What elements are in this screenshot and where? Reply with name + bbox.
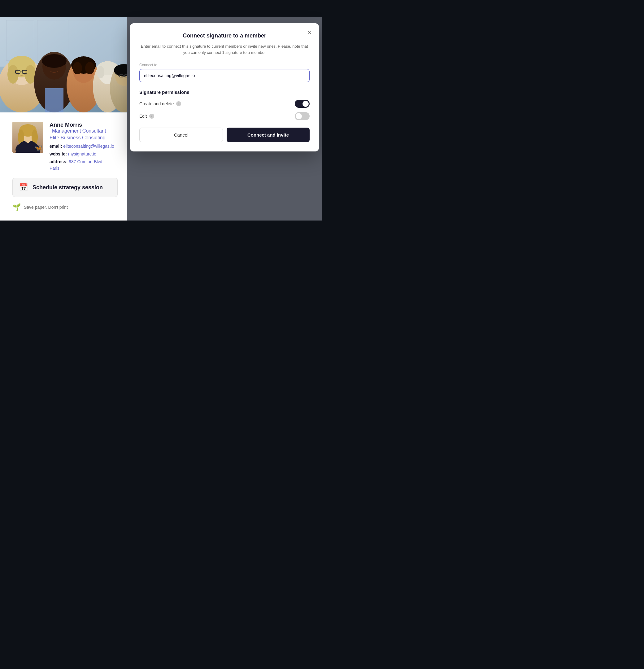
create-delete-info-icon[interactable]: i [176, 101, 181, 106]
close-icon: × [308, 29, 312, 36]
modal-title: Connect signature to a member [139, 32, 310, 39]
eco-icon: 🌱 [12, 203, 21, 211]
profile-section: 🦋 Anne Morris Management Consultant Elit… [0, 112, 127, 220]
eco-note: 🌱 Save paper. Don't print [12, 203, 115, 211]
logo-badge: 🦋 [34, 143, 43, 152]
modal-actions: Cancel Connect and invite [139, 128, 310, 142]
permissions-title: Signature permissions [139, 89, 310, 95]
svg-rect-17 [45, 88, 63, 112]
connect-email-input[interactable] [139, 69, 310, 82]
connect-label: Connect to [139, 63, 310, 67]
website-link[interactable]: mysignature.io [68, 152, 96, 156]
profile-details: email: eliteconsalting@villegas.io websi… [49, 143, 115, 172]
create-delete-toggle[interactable] [295, 100, 310, 108]
modal-close-button[interactable]: × [305, 28, 314, 37]
profile-email-row: email: eliteconsalting@villegas.io [49, 143, 115, 150]
svg-point-21 [73, 62, 82, 74]
avatar-container: 🦋 [12, 122, 43, 153]
svg-point-9 [8, 65, 18, 84]
calendar-icon: 📅 [19, 183, 28, 192]
address-label: address: [49, 159, 68, 164]
profile-title: Management Consultant [52, 128, 106, 133]
email-label: email: [49, 144, 62, 149]
page-wrapper: 🦋 Anne Morris Management Consultant Elit… [0, 0, 322, 334]
svg-point-16 [42, 54, 67, 68]
modal-description: Enter email to connect this signature to… [139, 43, 310, 55]
profile-info: Anne Morris Management Consultant Elite … [49, 122, 115, 172]
permission-row-create-delete: Create and delete i [139, 100, 310, 108]
edit-toggle[interactable] [295, 112, 310, 120]
content-row: 🦋 Anne Morris Management Consultant Elit… [0, 17, 322, 220]
left-column: 🦋 Anne Morris Management Consultant Elit… [0, 17, 127, 220]
website-label: website: [49, 152, 67, 156]
svg-point-22 [85, 62, 95, 74]
schedule-button[interactable]: 📅 Schedule strategy session [12, 178, 118, 197]
right-column: × Connect signature to a member Enter em… [127, 17, 322, 220]
team-svg [0, 17, 127, 112]
connect-invite-button[interactable]: Connect and invite [227, 128, 310, 142]
team-image-overlay [0, 17, 127, 112]
permission-name-create: Create and delete [139, 101, 174, 106]
create-delete-toggle-knob [302, 101, 309, 107]
permission-left-edit: Edit i [139, 114, 154, 119]
profile-company[interactable]: Elite Business Consulting [49, 135, 115, 141]
profile-name: Anne Morris [49, 122, 82, 128]
permission-name-edit: Edit [139, 114, 147, 119]
hero-image [0, 17, 127, 112]
modal-connect-signature: × Connect signature to a member Enter em… [130, 23, 319, 152]
permission-left-create: Create and delete i [139, 101, 181, 106]
butterfly-icon: 🦋 [35, 144, 42, 152]
eco-text: Save paper. Don't print [24, 205, 68, 210]
schedule-label: Schedule strategy session [32, 184, 103, 191]
cancel-button[interactable]: Cancel [139, 128, 223, 142]
edit-info-icon[interactable]: i [149, 114, 154, 119]
svg-point-26 [97, 66, 104, 79]
profile-website-row: website: mysignature.io [49, 151, 115, 157]
email-link[interactable]: eliteconsalting@villegas.io [63, 144, 114, 149]
edit-toggle-knob [296, 113, 302, 119]
profile-name-line: Anne Morris Management Consultant [49, 122, 115, 134]
profile-card: 🦋 Anne Morris Management Consultant Elit… [12, 122, 115, 172]
bottom-bar [0, 220, 322, 245]
permission-row-edit: Edit i [139, 112, 310, 120]
top-bar [0, 0, 322, 17]
profile-address-row: address: 987 Comfort Blvd, Paris [49, 159, 115, 172]
